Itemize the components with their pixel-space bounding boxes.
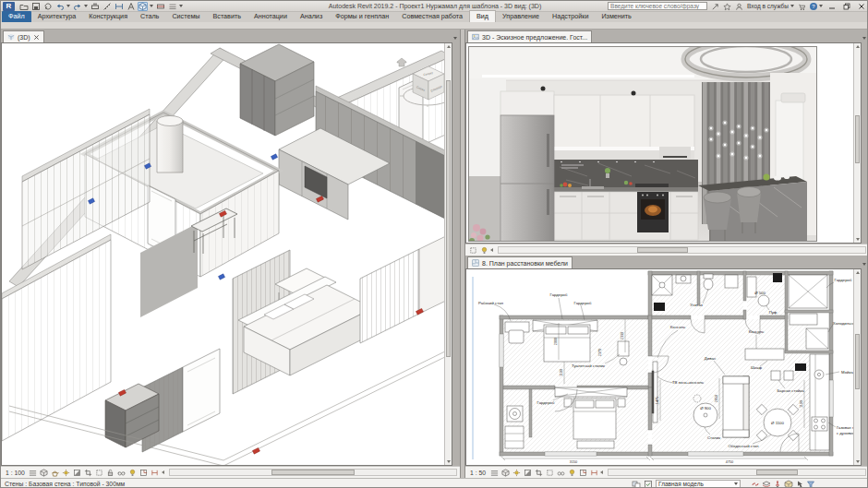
redo-icon[interactable] [72,2,82,11]
tab-file[interactable]: Файл [2,11,31,22]
shadows-icon[interactable] [523,468,532,477]
qat-customize-icon[interactable] [179,5,183,7]
communication-center-icon[interactable] [711,0,719,15]
show-crop-icon[interactable] [545,468,554,477]
tab-manage[interactable]: Управление [496,11,546,22]
restore-button[interactable] [841,2,852,10]
select-underlay-icon[interactable] [762,480,771,488]
scroll-up-icon[interactable] [856,271,860,274]
temporary-view-properties-icon[interactable] [139,468,149,477]
close-icon[interactable] [33,34,40,41]
redo-dropdown-icon[interactable] [84,5,88,7]
filter-icon[interactable] [806,480,815,488]
aligned-dimension-icon[interactable] [114,2,124,11]
detail-level-icon[interactable] [489,468,499,477]
tab-view[interactable]: Вид [469,10,496,22]
horizontal-scrollbar-render[interactable] [498,246,866,254]
sync-icon[interactable] [42,2,53,11]
temporary-hide-icon[interactable] [556,468,565,477]
show-constraints-icon[interactable] [589,468,598,477]
scroll-left-icon[interactable] [600,470,603,474]
select-by-face-icon[interactable] [784,480,793,488]
scroll-down-icon[interactable] [856,460,860,463]
reveal-hidden-icon[interactable] [128,468,138,477]
tab-collaborate[interactable]: Совместная работа [395,11,469,22]
tab-steel[interactable]: Сталь [134,11,165,22]
sun-path-icon[interactable] [512,468,521,477]
scroll-down-icon[interactable] [447,460,451,463]
horizontal-scrollbar-3d[interactable] [169,469,457,476]
view-tab-plan[interactable]: 8. План расстановки мебели [467,256,573,268]
scale-button[interactable]: 1 : 100 [4,470,27,476]
tab-architecture[interactable]: Архитектура [31,11,83,22]
default-3d-view-icon[interactable] [138,2,148,11]
design-option-select[interactable]: Главная модель [656,480,741,488]
canvas-plan[interactable]: 2000 1100 2330 1475 2850 3150 4750 1100 … [465,268,862,466]
unlocked-view-icon[interactable] [106,468,115,477]
favorites-icon[interactable] [723,0,731,15]
select-pinned-icon[interactable] [773,480,782,488]
horizontal-scrollbar-plan[interactable] [608,469,866,476]
design-options-icon[interactable] [644,480,653,488]
render-dialog-icon[interactable] [51,468,60,477]
print-icon[interactable] [90,2,100,11]
search-input[interactable] [608,2,707,10]
scroll-up-icon[interactable] [447,45,451,48]
crop-view-icon[interactable] [534,468,543,477]
worksets-icon[interactable] [632,480,641,488]
tab-list-menu-icon[interactable] [862,37,866,40]
close-button[interactable] [856,2,867,10]
tab-list-menu-icon[interactable] [453,37,457,40]
vertical-scrollbar-plan[interactable] [853,269,861,465]
undo-dropdown-icon[interactable] [66,5,70,7]
crop-view-icon[interactable] [84,468,93,477]
tab-analyze[interactable]: Анализ [294,11,329,22]
drag-elements-icon[interactable] [795,480,804,488]
tab-systems[interactable]: Системы [165,11,206,22]
vertical-scrollbar-3d[interactable] [444,43,452,465]
application-menu-button[interactable]: R [3,2,15,11]
tab-insert[interactable]: Вставить [207,11,247,22]
tab-list-menu-icon[interactable] [862,263,866,266]
visual-style-icon[interactable] [40,468,49,477]
canvas-3d[interactable]: Сверху Слева Спереди [1,42,452,466]
save-icon[interactable] [30,2,41,11]
open-icon[interactable] [18,2,29,11]
scale-button[interactable]: 1 : 50 [468,470,488,476]
tab-structure[interactable]: Конструкция [82,11,134,22]
canvas-render[interactable] [465,42,862,244]
scroll-left-icon[interactable] [490,248,493,252]
vertical-scrollbar-render[interactable] [853,43,861,243]
app-store-icon[interactable] [798,0,806,15]
text-icon[interactable] [126,2,136,11]
reveal-hidden-icon[interactable] [479,245,488,255]
section-icon[interactable] [155,2,165,11]
tab-annotate[interactable]: Аннотации [247,11,294,22]
scroll-left-icon[interactable] [162,470,164,474]
show-crop-icon[interactable] [468,245,477,255]
help-button[interactable]: ? [810,3,823,10]
show-crop-icon[interactable] [95,468,104,477]
detail-level-icon[interactable] [29,468,38,477]
sun-path-icon[interactable] [62,468,71,477]
show-constraints-icon[interactable] [151,468,160,477]
viewcube-home-icon[interactable] [397,58,406,66]
3d-view-dropdown-icon[interactable] [150,5,153,7]
temporary-view-properties-icon[interactable] [578,468,587,477]
measure-icon[interactable] [102,2,112,11]
view-tab-3d[interactable]: (3D) [3,30,44,42]
minimize-button[interactable] [826,2,838,10]
undo-icon[interactable] [54,2,65,11]
tab-addins[interactable]: Надстройки [546,11,595,22]
select-links-icon[interactable] [751,480,760,488]
tab-massing-site[interactable]: Формы и генплан [329,11,395,22]
reveal-hidden-icon[interactable] [567,468,576,477]
shadows-icon[interactable] [73,468,82,477]
temporary-hide-icon[interactable] [117,468,127,477]
thin-lines-icon[interactable] [167,2,177,11]
view-tab-render[interactable]: 3D - Эскизное предложение. Гост... [467,30,592,42]
sign-in-button[interactable]: Вход в службы [747,3,794,9]
visual-style-icon[interactable] [500,468,510,477]
scroll-up-icon[interactable] [856,45,860,48]
scroll-down-icon[interactable] [856,238,860,241]
